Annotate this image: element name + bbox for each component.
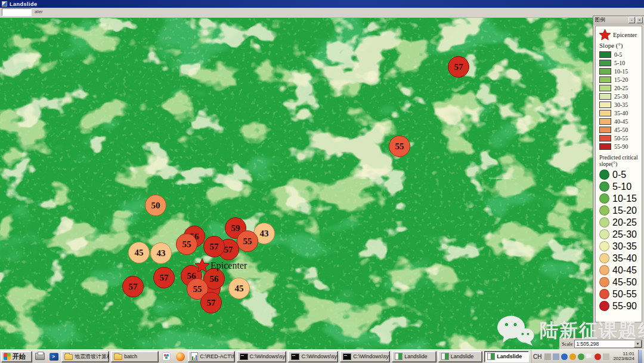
legend-item-label: 35-40 — [612, 253, 637, 264]
blocked-icon[interactable] — [595, 353, 601, 360]
predicted-swatch — [599, 217, 609, 227]
landslide-icon — [487, 353, 495, 360]
taskbar-button[interactable]: 地震滑坡计算程... — [61, 351, 109, 362]
taskbar-button-label: 地震滑坡计算程... — [75, 353, 109, 361]
legend-window-title: 图例 — [595, 16, 627, 24]
updater-icon[interactable] — [569, 353, 576, 360]
legend-item-label: 30-35 — [612, 241, 637, 252]
legend-item: 0-5 — [599, 51, 640, 58]
taskbar-button[interactable]: C:\Windows\sys... — [340, 351, 390, 362]
taskbar-button[interactable]: C:\Windows\sys... — [288, 351, 338, 362]
taskbar-button-label: C:\RED-ACT\地... — [200, 353, 234, 361]
quicklaunch-firefox[interactable] — [174, 351, 186, 362]
display-icon[interactable] — [553, 353, 559, 360]
legend-item: 15-20 — [599, 205, 640, 216]
legend-close-button[interactable]: × — [636, 17, 643, 23]
slope-marker[interactable]: 55 — [237, 230, 258, 252]
slope-marker[interactable]: 57 — [203, 236, 225, 257]
taskbar-items: 地震滑坡计算程...batchC:\RED-ACT\地...C:\Windows… — [34, 351, 529, 362]
legend-item-label: 0-5 — [612, 170, 626, 180]
wechat-icon — [497, 315, 535, 346]
epicenter-star-icon — [599, 29, 611, 40]
flag-icon[interactable] — [586, 353, 593, 360]
legend-item: 30-35 — [599, 241, 640, 251]
legend-item: 10-15 — [599, 67, 640, 75]
slope-legend-list: 0-55-1010-1515-2020-2525-3030-3535-4040-… — [599, 51, 640, 150]
printer-icon — [35, 353, 45, 360]
storage-icon[interactable] — [603, 353, 609, 360]
input-method-icon[interactable] — [544, 353, 551, 360]
predicted-swatch — [599, 265, 609, 275]
network-icon[interactable] — [561, 353, 568, 360]
legend-item-label: 10-15 — [612, 193, 637, 204]
legend-epicenter-label: Epicenter — [613, 32, 637, 38]
slope-marker[interactable]: 57 — [153, 267, 175, 288]
toolbar-combobox[interactable] — [2, 8, 32, 16]
cmd-icon — [343, 353, 351, 360]
legend-item: 35-40 — [599, 253, 640, 263]
folder-icon — [114, 354, 122, 360]
powershell-icon — [49, 353, 58, 361]
map-canvas[interactable]: 57555059435655555757454357575656554557 E… — [0, 18, 644, 349]
slope-marker[interactable]: 57 — [448, 56, 469, 78]
taskbar-button[interactable]: Landslide — [392, 351, 436, 362]
taskbar-button[interactable]: C:\RED-ACT\地... — [188, 351, 234, 362]
folder-icon — [64, 354, 73, 360]
slope-marker[interactable]: 55 — [176, 233, 197, 255]
legend-titlebar[interactable]: 图例 ▫ × — [593, 16, 644, 24]
predicted-swatch — [599, 289, 609, 299]
slope-swatch — [599, 101, 611, 108]
taskbar-button[interactable]: batch — [111, 351, 159, 362]
slope-marker[interactable]: 57 — [122, 276, 144, 297]
watermark-text: 陆新征课题组 — [540, 318, 644, 343]
slope-marker[interactable]: 55 — [389, 136, 410, 157]
legend-item: 15-20 — [599, 76, 640, 83]
legend-item-label: 20-25 — [612, 217, 637, 228]
legend-item-label: 15-20 — [612, 205, 637, 216]
legend-item-label: 35-40 — [614, 110, 628, 116]
taskbar-button[interactable]: C:\Windows\sys... — [237, 351, 287, 362]
clock[interactable]: 11:01 2023/8/24 — [611, 352, 636, 362]
legend-item-label: 45-50 — [614, 127, 628, 133]
slope-swatch — [599, 118, 611, 125]
legend-item: 50-55 — [599, 134, 640, 141]
legend-float-button[interactable]: ▫ — [628, 17, 635, 23]
slope-marker[interactable]: 45 — [128, 242, 150, 263]
legend-item: 45-50 — [599, 277, 640, 287]
legend-epicenter-row: Epicenter — [599, 29, 640, 41]
slope-swatch — [599, 60, 611, 66]
tray-icons — [544, 353, 609, 360]
clock-date: 2023/8/24 — [613, 356, 634, 362]
predicted-swatch — [599, 193, 609, 204]
slope-marker[interactable]: 50 — [145, 195, 166, 216]
legend-item-label: 15-20 — [614, 76, 628, 83]
legend-item-label: 55-90 — [612, 301, 637, 312]
legend-item-label: 50-55 — [614, 135, 628, 141]
quicklaunch-powershell[interactable] — [48, 351, 60, 362]
legend-item-label: 5-10 — [612, 182, 631, 192]
legend-item: 45-50 — [599, 126, 640, 133]
window-title: Landslide — [10, 1, 38, 7]
landslide-icon — [395, 353, 402, 360]
quicklaunch-app-dots[interactable] — [160, 351, 172, 362]
legend-item-label: 10-15 — [614, 68, 628, 75]
landslide-icon — [441, 353, 449, 360]
antivirus-icon[interactable] — [578, 353, 584, 360]
show-desktop-button[interactable] — [638, 350, 642, 363]
language-indicator[interactable]: CH — [532, 353, 543, 360]
epicenter-label: Epicenter — [210, 260, 247, 271]
legend-item-label: 25-30 — [614, 93, 628, 100]
legend-item-label: 40-45 — [612, 265, 637, 276]
cmd-icon — [240, 353, 248, 360]
slope-marker[interactable]: 45 — [228, 278, 250, 299]
predicted-swatch — [599, 301, 609, 311]
taskbar-button[interactable]: Landslide — [438, 351, 483, 362]
start-button[interactable]: 开始 — [1, 351, 32, 362]
slope-marker[interactable]: 57 — [200, 292, 222, 313]
quicklaunch-printer[interactable] — [34, 351, 46, 362]
window-titlebar[interactable]: Landslide — [0, 0, 644, 8]
slope-marker[interactable]: 43 — [150, 242, 172, 264]
legend-item: 25-30 — [599, 93, 640, 100]
taskbar-button[interactable]: Landslide — [484, 351, 529, 362]
slope-swatch — [599, 127, 611, 133]
